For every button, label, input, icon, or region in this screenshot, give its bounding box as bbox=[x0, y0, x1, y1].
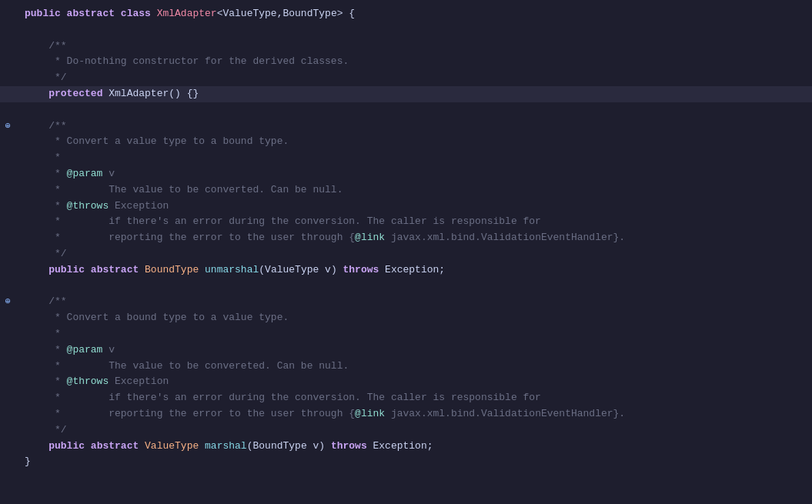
code-line: * @throws Exception bbox=[0, 374, 812, 390]
line-content: public abstract BoundType unmarshal(Valu… bbox=[22, 262, 803, 279]
line-content bbox=[22, 22, 803, 38]
code-token: Exception bbox=[109, 375, 169, 387]
code-token: * bbox=[25, 328, 61, 339]
code-token: /** bbox=[25, 120, 67, 132]
line-content: * @throws Exception bbox=[22, 199, 803, 215]
line-content: * if there's an error during the convers… bbox=[22, 390, 803, 406]
line-content: */ bbox=[22, 246, 803, 262]
code-token: * reporting the error to the user throug… bbox=[25, 408, 355, 419]
line-content: * bbox=[22, 150, 803, 166]
line-content: * reporting the error to the user throug… bbox=[22, 230, 803, 246]
code-line: * The value to be converted. Can be null… bbox=[0, 182, 812, 199]
code-token: * Convert a value type to a bound type. bbox=[25, 135, 289, 147]
code-token: ValueType bbox=[145, 440, 205, 452]
line-content: * Do-nothing constructor for the derived… bbox=[22, 54, 803, 70]
line-content: */ bbox=[22, 70, 803, 86]
line-content: * The value to be converted. Can be null… bbox=[22, 182, 803, 199]
code-line: */ bbox=[0, 70, 812, 86]
code-token: */ bbox=[25, 248, 67, 259]
code-line: public abstract class XmlAdapter<ValueTy… bbox=[0, 6, 812, 22]
code-token: v bbox=[102, 344, 115, 355]
line-gutter bbox=[0, 119, 15, 134]
code-token bbox=[25, 88, 48, 99]
line-content bbox=[22, 102, 803, 118]
code-line: * @param v bbox=[0, 166, 812, 182]
code-token: abstract bbox=[91, 440, 145, 452]
code-token: @param bbox=[67, 344, 103, 355]
code-token: javax.xml.bind.ValidationEventHandler}. bbox=[385, 232, 625, 243]
code-line: public abstract BoundType unmarshal(Valu… bbox=[0, 262, 812, 279]
code-token: BoundType bbox=[145, 264, 205, 275]
code-line bbox=[0, 279, 812, 295]
code-token: * if there's an error during the convers… bbox=[25, 392, 541, 403]
line-content bbox=[22, 279, 803, 295]
code-line: */ bbox=[0, 246, 812, 262]
code-token: * The value to be convereted. Can be nul… bbox=[25, 360, 349, 372]
code-token: @throws bbox=[67, 375, 109, 387]
code-token: abstract bbox=[91, 264, 145, 275]
code-line: * reporting the error to the user throug… bbox=[0, 406, 812, 422]
code-token: unmarshal bbox=[205, 264, 259, 275]
code-token: Exception; bbox=[385, 264, 445, 275]
line-content: protected XmlAdapter() {} bbox=[22, 86, 803, 102]
code-line: protected XmlAdapter() {} bbox=[0, 86, 812, 102]
code-token: * Convert a bound type to a value type. bbox=[25, 312, 289, 323]
code-token: @link bbox=[355, 232, 385, 243]
code-token: public bbox=[48, 264, 91, 275]
line-content: * The value to be convereted. Can be nul… bbox=[22, 359, 803, 375]
code-line: * if there's an error during the convers… bbox=[0, 214, 812, 230]
code-token: * Do-nothing constructor for the derived… bbox=[25, 55, 349, 67]
code-token: /** bbox=[25, 295, 67, 307]
line-content: * Convert a value type to a bound type. bbox=[22, 134, 803, 150]
code-token: * bbox=[25, 152, 61, 163]
code-token: marshal bbox=[205, 440, 247, 452]
code-token: * bbox=[25, 168, 67, 179]
line-content: * reporting the error to the user throug… bbox=[22, 406, 803, 422]
code-line: * bbox=[0, 326, 812, 342]
line-content: /** bbox=[22, 38, 803, 55]
line-content: /** bbox=[22, 118, 803, 135]
code-editor: public abstract class XmlAdapter<ValueTy… bbox=[0, 0, 812, 504]
code-token: */ bbox=[25, 424, 67, 436]
code-line: /** bbox=[0, 118, 812, 135]
code-token: @link bbox=[355, 408, 385, 419]
code-line: * reporting the error to the user throug… bbox=[0, 230, 812, 246]
code-token: public bbox=[25, 8, 67, 19]
line-content: * @param v bbox=[22, 166, 803, 182]
code-token: /** bbox=[25, 40, 67, 52]
code-token: public bbox=[48, 440, 91, 452]
code-line bbox=[0, 22, 812, 38]
code-token: v bbox=[102, 168, 115, 179]
code-token: XmlAdapter() {} bbox=[109, 88, 199, 99]
code-line: */ bbox=[0, 422, 812, 439]
code-token: XmlAdapter bbox=[157, 8, 217, 19]
code-token: } bbox=[25, 456, 31, 467]
code-line: } bbox=[0, 454, 812, 470]
line-content: */ bbox=[22, 422, 803, 439]
code-token bbox=[25, 440, 48, 452]
code-token: (BoundType v) bbox=[247, 440, 331, 452]
code-line bbox=[0, 102, 812, 118]
code-line: * @throws Exception bbox=[0, 199, 812, 215]
code-token: @param bbox=[67, 168, 103, 179]
code-line: * @param v bbox=[0, 342, 812, 359]
line-content: * if there's an error during the convers… bbox=[22, 214, 803, 230]
code-token: <ValueType,BoundType> { bbox=[217, 8, 355, 19]
code-token: throws bbox=[343, 264, 386, 275]
line-gutter bbox=[0, 295, 15, 309]
code-token: */ bbox=[25, 72, 67, 83]
code-token: abstract bbox=[67, 8, 121, 19]
code-token: Exception bbox=[109, 200, 169, 212]
line-content: } bbox=[22, 454, 803, 470]
code-line: /** bbox=[0, 38, 812, 55]
code-token: @throws bbox=[67, 200, 109, 212]
line-content: * bbox=[22, 326, 803, 342]
code-line: * Convert a value type to a bound type. bbox=[0, 134, 812, 150]
code-token: * bbox=[25, 344, 67, 355]
line-content: * @throws Exception bbox=[22, 374, 803, 390]
line-content: /** bbox=[22, 294, 803, 310]
code-token: Exception; bbox=[373, 440, 433, 452]
code-token: * reporting the error to the user throug… bbox=[25, 232, 355, 243]
code-token: (ValueType v) bbox=[259, 264, 343, 275]
line-content: * @param v bbox=[22, 342, 803, 359]
